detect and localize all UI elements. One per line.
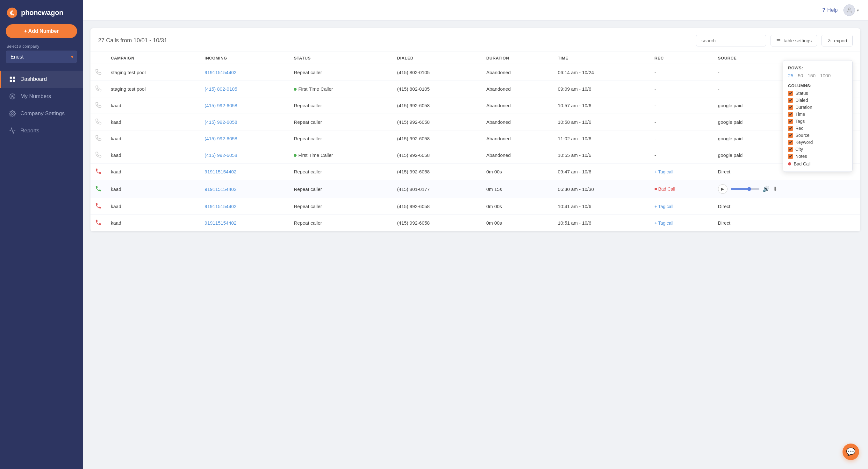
play-button[interactable]: ▶ [718, 184, 727, 194]
add-number-button[interactable]: + Add Number [6, 24, 77, 38]
content-wrapper: 27 Calls from 10/01 - 10/31 table settin… [90, 28, 860, 231]
table-settings-button[interactable]: table settings [771, 35, 817, 46]
missed-call-icon [95, 135, 102, 142]
col-option-city: City [788, 147, 847, 152]
tag-call-badge[interactable]: + Tag call [655, 169, 673, 174]
table-settings-icon [776, 38, 781, 43]
rec-cell[interactable]: + Tag call [650, 164, 714, 180]
dialed-cell: (415) 992-6058 [393, 215, 482, 231]
rec-cell[interactable]: + Tag call [650, 198, 714, 215]
incoming-cell[interactable]: (415) 992-6058 [200, 97, 289, 114]
incoming-cell[interactable]: 919115154402 [200, 164, 289, 180]
incoming-cell[interactable]: (415) 992-6058 [200, 130, 289, 147]
time-cell: 10:57 am - 10/6 [553, 97, 650, 114]
status-cell: Repeat caller [289, 164, 393, 180]
col-header-time: TIME [553, 52, 650, 64]
col-label-notes: Notes [795, 154, 807, 159]
call-type-icon-cell [90, 114, 106, 130]
user-avatar-button[interactable]: ▾ [843, 4, 859, 16]
incoming-link[interactable]: (415) 802-0105 [205, 86, 237, 92]
incoming-cell[interactable]: (415) 802-0105 [200, 81, 289, 97]
incoming-link[interactable]: (415) 992-6058 [205, 103, 237, 108]
incoming-link[interactable]: 919115154402 [205, 169, 236, 174]
sidebar-item-company-settings[interactable]: Company Settings [0, 105, 83, 122]
col-checkbox-dialed[interactable] [788, 98, 793, 103]
audio-slider[interactable] [731, 188, 760, 190]
answered-call-icon [95, 185, 102, 192]
calls-controls: table settings export [696, 35, 853, 46]
rec-cell: - [650, 81, 714, 97]
calls-title: 27 Calls from 10/01 - 10/31 [98, 37, 167, 44]
incoming-cell[interactable]: 919115154402 [200, 198, 289, 215]
incoming-link[interactable]: (415) 992-6058 [205, 153, 237, 158]
duration-cell: Abandoned [482, 97, 554, 114]
export-icon [827, 38, 831, 43]
col-label-city: City [795, 147, 803, 152]
row-opt-25[interactable]: 25 [788, 73, 794, 78]
col-checkbox-source[interactable] [788, 133, 793, 138]
user-chevron-icon: ▾ [857, 8, 859, 13]
rec-cell: - [650, 147, 714, 164]
first-time-dot [294, 154, 297, 157]
col-label-duration: Duration [795, 105, 812, 110]
incoming-link[interactable]: 919115154402 [205, 220, 236, 226]
rows-label: ROWS: [788, 66, 847, 70]
tag-call-badge[interactable]: + Tag call [655, 221, 673, 226]
row-opt-1000[interactable]: 1000 [820, 73, 830, 78]
row-opt-150[interactable]: 150 [807, 73, 815, 78]
col-option-tags: Tags [788, 119, 847, 124]
incoming-link[interactable]: 919115154402 [205, 70, 236, 75]
incoming-link[interactable]: (415) 992-6058 [205, 119, 237, 125]
col-checkbox-rec[interactable] [788, 126, 793, 131]
campaign-cell: staging test pool [106, 81, 200, 97]
svg-point-6 [11, 113, 13, 114]
main-area: ? Help ▾ 27 Calls from 10/01 - 10/31 [83, 0, 868, 469]
incoming-cell[interactable]: 919115154402 [200, 215, 289, 231]
rec-cell: Bad Call [650, 180, 714, 198]
source-cell: Direct [714, 215, 860, 231]
col-checkbox-keyword[interactable] [788, 140, 793, 145]
table-row: kaad (415) 992-6058 Repeat caller (415) … [90, 114, 860, 130]
rows-options: 25 50 150 1000 [788, 73, 847, 78]
table-row: kaad (415) 992-6058 Repeat caller (415) … [90, 130, 860, 147]
incoming-link[interactable]: (415) 992-6058 [205, 136, 237, 141]
phonewagon-logo-icon [6, 7, 18, 19]
call-type-icon-cell [90, 64, 106, 81]
company-select[interactable]: Enest [6, 51, 77, 63]
missed-call-icon [95, 85, 102, 92]
download-icon[interactable]: ⬇ [773, 186, 778, 193]
export-button[interactable]: export [822, 35, 853, 46]
call-type-icon-cell [90, 198, 106, 215]
incoming-link[interactable]: 919115154402 [205, 204, 236, 209]
status-cell: Repeat caller [289, 114, 393, 130]
incoming-cell[interactable]: (415) 992-6058 [200, 147, 289, 164]
col-checkbox-city[interactable] [788, 147, 793, 152]
incoming-link[interactable]: 919115154402 [205, 187, 236, 192]
help-button[interactable]: ? Help [822, 7, 838, 13]
search-input[interactable] [696, 35, 766, 46]
incoming-cell[interactable]: 919115154402 [200, 180, 289, 198]
dialed-cell: (415) 992-6058 [393, 147, 482, 164]
call-type-icon-cell [90, 180, 106, 198]
col-checkbox-status[interactable] [788, 91, 793, 96]
dialed-cell: (415) 992-6058 [393, 130, 482, 147]
incoming-cell[interactable]: (415) 992-6058 [200, 114, 289, 130]
campaign-cell: kaad [106, 198, 200, 215]
sidebar-item-reports[interactable]: Reports [0, 122, 83, 139]
col-checkbox-tags[interactable] [788, 119, 793, 124]
sidebar-item-my-numbers[interactable]: My Numbers [0, 88, 83, 105]
incoming-cell[interactable]: 919115154402 [200, 64, 289, 81]
volume-icon[interactable]: 🔊 [763, 186, 770, 193]
rec-cell[interactable]: + Tag call [650, 215, 714, 231]
col-checkbox-duration[interactable] [788, 105, 793, 110]
row-opt-50[interactable]: 50 [798, 73, 803, 78]
sidebar-item-dashboard[interactable]: Dashboard [0, 71, 83, 88]
time-cell: 10:58 am - 10/6 [553, 114, 650, 130]
col-checkbox-notes[interactable] [788, 154, 793, 159]
chat-bubble-button[interactable]: 💬 [842, 443, 859, 460]
call-type-icon-cell [90, 81, 106, 97]
bad-call-dot [655, 188, 657, 190]
tag-call-badge[interactable]: + Tag call [655, 204, 673, 209]
col-checkbox-time[interactable] [788, 112, 793, 117]
call-type-icon-cell [90, 147, 106, 164]
